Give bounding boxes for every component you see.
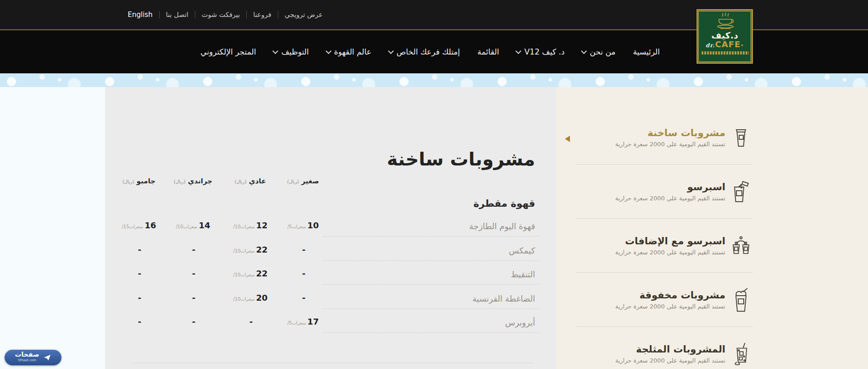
nav-item[interactable]: عالم القهوة <box>326 47 371 56</box>
size-header-regular: عادي (ريال) <box>223 177 278 185</box>
chevron-down-icon <box>581 48 587 54</box>
topbar-link[interactable]: فروعنا <box>246 11 277 18</box>
price-cell-jumbo: - <box>111 317 166 326</box>
size-header-small: صغير (ريال) <box>276 177 331 185</box>
category-item[interactable]: مشروبات مخفوقة تستند القيم اليومية على 2… <box>575 273 753 327</box>
category-text: مشروبات مخفوقة تستند القيم اليومية على 2… <box>615 290 725 310</box>
logo-banner-strip <box>701 51 749 55</box>
category-item[interactable]: اسبرسو مع الإضافات تستند القيم اليومية ع… <box>575 219 753 273</box>
price-cell-regular: 20 /10سعرات <box>223 293 278 303</box>
topbar-link[interactable]: عرض ترويجي <box>278 11 329 18</box>
price-value: 20 <box>256 293 267 303</box>
price-cell-grande: - <box>166 269 221 278</box>
price-cell-jumbo: - <box>111 293 166 303</box>
category-subtitle: تستند القيم اليومية على 2000 سعرة حرارية <box>615 141 725 148</box>
currency-unit: (ريال) <box>122 179 134 184</box>
category-title: اسبرسو مع الإضافات <box>615 236 725 247</box>
price-value: 10 <box>307 220 319 230</box>
logo-dr-script: dr. <box>706 41 715 50</box>
table-row: كيمكس - 22 /10سعرات - - <box>105 240 556 264</box>
size-header-grande: جراندي (ريال) <box>166 177 221 185</box>
price-value: 14 <box>199 220 210 230</box>
category-sidebar: مشروبات ساخنة تستند القيم اليومية على 20… <box>556 87 868 369</box>
price-cell-regular: - <box>223 317 278 326</box>
size-header-jumbo: جامبو (ريال) <box>111 177 166 185</box>
topbar-links: عرض ترويجي فروعنا بيرفكت شوت اتصل بنا En… <box>122 0 329 29</box>
chevron-down-icon <box>326 48 332 54</box>
price-cell-jumbo: - <box>111 269 166 278</box>
category-item[interactable]: اسبرسو تستند القيم اليومية على 2000 سعرة… <box>575 165 753 219</box>
price-cell-grande: - <box>166 245 221 254</box>
brand-logo[interactable]: د.كيف dr. CAFE ® <box>697 9 753 64</box>
calories-note: /15سعرات <box>122 224 143 229</box>
category-text: مشروبات ساخنة تستند القيم اليومية على 20… <box>615 127 725 148</box>
calories-note: /10سعرات <box>233 248 254 253</box>
currency-unit: (ريال) <box>287 179 299 184</box>
hot-cup-icon <box>733 127 749 148</box>
category-item[interactable]: مشروبات ساخنة تستند القيم اليومية على 20… <box>575 110 753 165</box>
price-value: 22 <box>256 269 267 278</box>
badge-label: صفحات <box>15 352 39 358</box>
table-row: قهوة اليوم الطازجة 10 /5سعرات 12 /10سعرا… <box>105 216 556 240</box>
menu-panel: مشروبات ساخنة صغير (ريال) عادي (ريال) جر… <box>105 87 556 369</box>
nav-item[interactable]: من نحن <box>582 47 615 56</box>
chevron-down-icon <box>516 48 522 54</box>
nav-item-label: عالم القهوة <box>334 47 371 56</box>
item-name: كيمكس <box>509 246 535 255</box>
price-cell-small: - <box>276 245 331 254</box>
badge-text: صفحات 5fhaat.com <box>15 352 39 363</box>
topbar-link[interactable]: اتصل بنا <box>159 11 195 18</box>
hot-cup-icon <box>732 126 750 149</box>
calories-note: /10سعرات <box>233 297 254 302</box>
chevron-down-icon <box>273 48 279 54</box>
topbar-link[interactable]: بيرفكت شوت <box>195 11 247 18</box>
nav-item-label: التوظيف <box>281 47 309 56</box>
nav-item[interactable]: الرئيسية <box>633 47 660 56</box>
sfhaat-badge[interactable]: صفحات 5fhaat.com <box>5 350 61 365</box>
espresso-extras-icon <box>732 234 750 258</box>
nav-item[interactable]: إمتلك فرعك الخاص <box>389 47 460 56</box>
section-divider <box>133 363 534 363</box>
blended-drink-icon <box>732 288 750 312</box>
price-cell-regular: 22 /10سعرات <box>223 245 278 254</box>
price-value: - <box>138 317 141 326</box>
nav-item[interactable]: التوظيف <box>273 47 309 56</box>
nav-item-label: المتجر الإلكتروني <box>200 47 256 56</box>
logo-arabic-wordmark: د.كيف <box>711 31 738 40</box>
main-nav-items: الرئيسية من نحن د. كيف V12 القائمة <box>200 30 660 73</box>
nav-item-label: د. كيف V12 <box>524 47 564 56</box>
active-category-arrow-icon <box>565 136 570 142</box>
blended-drink-icon <box>732 287 750 312</box>
item-name: التنقيط <box>511 270 535 279</box>
price-value: - <box>249 317 253 326</box>
table-row: التنقيط - 22 /10سعرات - - <box>105 264 556 288</box>
price-table: قهوة اليوم الطازجة 10 /5سعرات 12 /10سعرا… <box>105 216 556 336</box>
price-value: 16 <box>144 220 156 230</box>
price-value: - <box>192 245 195 254</box>
nav-item[interactable]: د. كيف V12 <box>516 47 564 56</box>
category-list: مشروبات ساخنة تستند القيم اليومية على 20… <box>575 110 753 369</box>
category-text: اسبرسو مع الإضافات تستند القيم اليومية ع… <box>615 236 725 256</box>
calories-note: /10سعرات <box>176 224 197 229</box>
category-title: اسبرسو <box>615 182 725 193</box>
table-row: الضاغطة الفرنسية - 20 /10سعرات - <box>105 288 556 313</box>
category-item[interactable]: المشروبات المثلجة تستند القيم اليومية عل… <box>575 327 753 369</box>
page-title: مشروبات ساخنة <box>387 149 535 170</box>
price-cell-jumbo: 16 /15سعرات <box>111 220 166 230</box>
coffee-cup-icon <box>710 12 740 31</box>
section-title: قهوة مقطرة <box>473 198 535 209</box>
nav-item-label: من نحن <box>590 47 615 56</box>
currency-unit: (ريال) <box>174 179 186 184</box>
price-value: 17 <box>307 317 319 326</box>
nav-item[interactable]: المتجر الإلكتروني <box>200 47 256 56</box>
item-name: أيروبرس <box>505 318 535 327</box>
category-text: المشروبات المثلجة تستند القيم اليومية عل… <box>615 344 725 364</box>
registered-mark: ® <box>741 41 744 50</box>
price-value: - <box>192 269 195 278</box>
price-value: - <box>302 245 305 254</box>
nav-item[interactable]: القائمة <box>477 47 499 56</box>
topbar-link[interactable]: English <box>122 11 159 19</box>
espresso-extras-icon <box>732 234 750 258</box>
nav-item-label: القائمة <box>477 47 499 56</box>
price-cell-grande: - <box>166 293 221 303</box>
